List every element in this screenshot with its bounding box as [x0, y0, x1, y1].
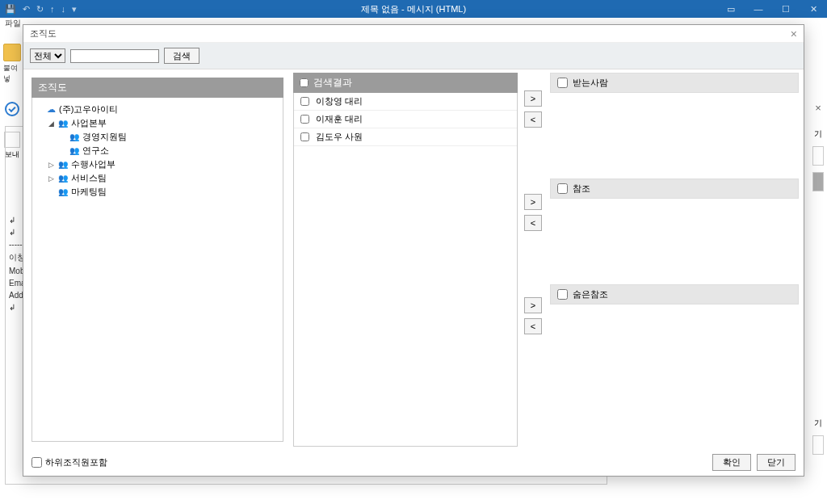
tree-label: (주)고우아이티 [59, 103, 118, 116]
results-header-label: 검색결과 [313, 76, 352, 90]
paste-label: 붙여넣 [3, 63, 23, 84]
tree-label: 수행사업부 [71, 158, 115, 170]
bg-box [812, 172, 824, 191]
result-row[interactable]: 김도우 사원 [294, 128, 517, 146]
cloud-icon: ☁ [47, 104, 56, 115]
window-controls: ▭ — ☐ ✕ [717, 0, 827, 18]
cc-label: 참조 [573, 183, 590, 195]
bg-send-label: 보내 [4, 149, 20, 160]
group-icon: 👥 [69, 146, 79, 155]
result-checkbox[interactable] [300, 97, 309, 106]
select-all-checkbox[interactable] [300, 78, 309, 87]
tree-node-company[interactable]: ☁ (주)고우아이티 [36, 103, 279, 116]
group-icon: 👥 [58, 119, 68, 128]
down-icon[interactable]: ↓ [61, 4, 66, 14]
org-tree-panel: 조직도 ☁ (주)고우아이티 ◢ 👥 사업본부 👥 [28, 73, 287, 447]
remove-bcc-button[interactable]: < [524, 318, 542, 334]
close-window-icon[interactable]: ✕ [800, 0, 827, 18]
save-icon[interactable]: 💾 [5, 4, 16, 15]
include-sub-checkbox[interactable] [31, 457, 42, 468]
result-row[interactable]: 이창영 대리 [294, 93, 517, 111]
dialog-title: 조직도 [30, 27, 57, 40]
result-row[interactable]: 이재훈 대리 [294, 111, 517, 128]
add-to-button[interactable]: > [524, 90, 542, 107]
tree-node[interactable]: ◢ 👥 사업본부 [36, 116, 279, 130]
add-cc-button[interactable]: > [524, 194, 542, 210]
quick-access-toolbar: 💾 ↶ ↻ ↑ ↓ ▾ [0, 4, 77, 15]
undo-icon[interactable]: ↶ [23, 4, 30, 15]
tree-label: 사업본부 [71, 117, 107, 129]
recipients-panel: 받는사람 참조 숨은참조 [550, 73, 799, 447]
dialog-close-icon[interactable]: × [791, 27, 797, 40]
results-body: 이창영 대리 이재훈 대리 김도우 사원 [293, 93, 518, 447]
close-button[interactable]: 닫기 [757, 454, 796, 471]
bg-clipboard-group: 붙여넣 [3, 44, 23, 84]
group-icon: 👥 [58, 174, 68, 183]
close-pane-icon[interactable]: × [811, 102, 825, 114]
group-icon: 👥 [69, 132, 79, 141]
search-scope-select[interactable]: 전체 [30, 48, 65, 63]
qat-expand-icon[interactable]: ▾ [72, 4, 77, 15]
file-tab[interactable]: 파일 [5, 19, 21, 27]
search-button[interactable]: 검색 [164, 48, 199, 64]
org-chart-dialog: 조직도 × 전체 검색 조직도 ☁ (주)고우아이티 ◢ 👥 [23, 24, 804, 477]
to-list[interactable] [550, 93, 799, 172]
to-header: 받는사람 [550, 73, 799, 93]
tree-node[interactable]: ▷ 👥 수행사업부 [36, 158, 279, 171]
tree-node[interactable]: 👥 경영지원팀 [36, 130, 279, 144]
expand-icon[interactable]: ▷ [47, 161, 55, 169]
bg-box [812, 435, 824, 455]
tree-label: 서비스팀 [71, 172, 107, 184]
result-checkbox[interactable] [300, 115, 309, 124]
cc-list[interactable] [550, 199, 799, 278]
bcc-label: 숨은참조 [573, 288, 608, 300]
tree-label: 마케팅팀 [71, 186, 107, 198]
result-name: 이재훈 대리 [316, 113, 363, 125]
tree-node[interactable]: 👥 연구소 [36, 144, 279, 158]
ribbon-display-icon[interactable]: ▭ [717, 0, 745, 18]
bcc-box: 숨은참조 [550, 284, 799, 384]
ok-button[interactable]: 확인 [712, 454, 751, 471]
dialog-titlebar: 조직도 × [23, 25, 804, 43]
remove-cc-button[interactable]: < [524, 215, 542, 231]
maximize-icon[interactable]: ☐ [772, 0, 800, 18]
bg-ki-label: 기 [811, 128, 825, 140]
result-name: 김도우 사원 [316, 131, 363, 143]
bcc-header: 숨은참조 [550, 284, 799, 304]
collapse-icon[interactable]: ◢ [47, 120, 55, 128]
tree-node[interactable]: 👥 마케팅팀 [36, 185, 279, 199]
group-icon: 👥 [58, 160, 68, 169]
tree-node[interactable]: ▷ 👥 서비스팀 [36, 171, 279, 185]
app-titlebar: 💾 ↶ ↻ ↑ ↓ ▾ 제목 없음 - 메시지 (HTML) ▭ — ☐ ✕ [0, 0, 827, 18]
bcc-checkbox[interactable] [557, 289, 568, 300]
up-icon[interactable]: ↑ [50, 4, 55, 14]
send-status-icon [5, 102, 19, 116]
include-sub-label[interactable]: 하위조직원포함 [31, 456, 107, 468]
minimize-icon[interactable]: — [745, 0, 772, 18]
cc-checkbox[interactable] [557, 183, 568, 194]
results-header: 검색결과 [293, 73, 518, 93]
org-tree-body[interactable]: ☁ (주)고우아이티 ◢ 👥 사업본부 👥 경영지원팀 [31, 98, 283, 442]
add-bcc-button[interactable]: > [524, 297, 542, 313]
bg-box [812, 146, 824, 166]
results-panel: 검색결과 이창영 대리 이재훈 대리 김도우 사원 [293, 73, 518, 447]
tree-label: 경영지원팀 [82, 131, 127, 143]
search-bar: 전체 검색 [23, 43, 804, 69]
remove-to-button[interactable]: < [524, 111, 542, 128]
search-input[interactable] [70, 49, 159, 63]
to-box: 받는사람 [550, 73, 799, 172]
paste-icon[interactable] [3, 44, 21, 61]
bg-ki-label2: 기 [811, 418, 825, 429]
redo-icon[interactable]: ↻ [36, 4, 44, 15]
group-icon: 👥 [58, 187, 68, 196]
org-tree-header: 조직도 [31, 78, 283, 98]
expand-icon[interactable]: ▷ [47, 174, 55, 183]
dialog-footer: 하위조직원포함 확인 닫기 [23, 448, 804, 476]
tree-label: 연구소 [82, 145, 109, 157]
cc-header: 참조 [550, 178, 799, 199]
bcc-list[interactable] [550, 304, 799, 384]
result-checkbox[interactable] [300, 132, 309, 141]
result-name: 이창영 대리 [316, 95, 363, 107]
to-checkbox[interactable] [557, 78, 568, 88]
move-buttons-column: > < > < > < [524, 73, 544, 447]
